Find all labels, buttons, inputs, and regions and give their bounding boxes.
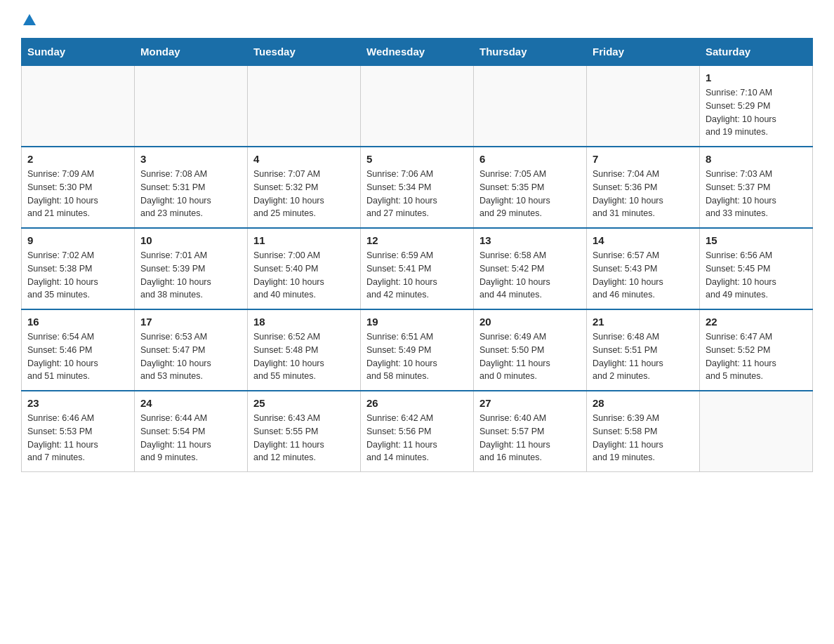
calendar-cell: 23Sunrise: 6:46 AM Sunset: 5:53 PM Dayli…	[22, 391, 135, 472]
calendar-cell: 15Sunrise: 6:56 AM Sunset: 5:45 PM Dayli…	[700, 228, 813, 309]
calendar-week-row: 16Sunrise: 6:54 AM Sunset: 5:46 PM Dayli…	[22, 309, 813, 391]
day-info: Sunrise: 6:39 AM Sunset: 5:58 PM Dayligh…	[593, 412, 694, 464]
day-number: 22	[706, 316, 807, 328]
day-info: Sunrise: 7:03 AM Sunset: 5:37 PM Dayligh…	[706, 168, 807, 220]
calendar-cell: 1Sunrise: 7:10 AM Sunset: 5:29 PM Daylig…	[700, 65, 813, 147]
weekday-header-thursday: Thursday	[474, 39, 587, 66]
calendar-week-row: 9Sunrise: 7:02 AM Sunset: 5:38 PM Daylig…	[22, 228, 813, 309]
calendar-cell: 21Sunrise: 6:48 AM Sunset: 5:51 PM Dayli…	[587, 309, 700, 391]
calendar-cell	[135, 65, 248, 147]
weekday-header-wednesday: Wednesday	[361, 39, 474, 66]
day-info: Sunrise: 6:51 AM Sunset: 5:49 PM Dayligh…	[366, 330, 468, 383]
calendar-cell: 27Sunrise: 6:40 AM Sunset: 5:57 PM Dayli…	[474, 391, 587, 472]
calendar-cell: 12Sunrise: 6:59 AM Sunset: 5:41 PM Dayli…	[361, 228, 474, 309]
weekday-header-tuesday: Tuesday	[248, 39, 361, 66]
calendar-cell: 19Sunrise: 6:51 AM Sunset: 5:49 PM Dayli…	[361, 309, 474, 391]
day-number: 10	[140, 234, 241, 246]
day-number: 8	[706, 153, 807, 165]
calendar-cell: 4Sunrise: 7:07 AM Sunset: 5:32 PM Daylig…	[248, 147, 361, 228]
day-number: 19	[366, 316, 468, 328]
day-info: Sunrise: 6:47 AM Sunset: 5:52 PM Dayligh…	[706, 330, 807, 383]
day-info: Sunrise: 6:53 AM Sunset: 5:47 PM Dayligh…	[140, 330, 241, 383]
day-info: Sunrise: 6:52 AM Sunset: 5:48 PM Dayligh…	[253, 330, 355, 383]
weekday-header-friday: Friday	[587, 39, 700, 66]
day-info: Sunrise: 6:56 AM Sunset: 5:45 PM Dayligh…	[706, 249, 807, 302]
day-number: 11	[253, 234, 355, 246]
day-info: Sunrise: 6:49 AM Sunset: 5:50 PM Dayligh…	[479, 330, 581, 383]
day-info: Sunrise: 7:00 AM Sunset: 5:40 PM Dayligh…	[253, 249, 355, 302]
day-number: 20	[479, 316, 581, 328]
weekday-header-monday: Monday	[135, 39, 248, 66]
day-number: 24	[140, 397, 241, 409]
calendar-cell: 17Sunrise: 6:53 AM Sunset: 5:47 PM Dayli…	[135, 309, 248, 391]
calendar-cell: 28Sunrise: 6:39 AM Sunset: 5:58 PM Dayli…	[587, 391, 700, 472]
calendar-week-row: 2Sunrise: 7:09 AM Sunset: 5:30 PM Daylig…	[22, 147, 813, 228]
calendar-cell: 7Sunrise: 7:04 AM Sunset: 5:36 PM Daylig…	[587, 147, 700, 228]
weekday-header-sunday: Sunday	[22, 39, 135, 66]
day-info: Sunrise: 6:46 AM Sunset: 5:53 PM Dayligh…	[27, 412, 128, 464]
day-number: 17	[140, 316, 241, 328]
day-number: 14	[593, 234, 694, 246]
day-info: Sunrise: 6:57 AM Sunset: 5:43 PM Dayligh…	[593, 249, 694, 302]
calendar-cell: 10Sunrise: 7:01 AM Sunset: 5:39 PM Dayli…	[135, 228, 248, 309]
day-number: 2	[27, 153, 128, 165]
day-info: Sunrise: 7:09 AM Sunset: 5:30 PM Dayligh…	[27, 168, 128, 220]
calendar-cell: 18Sunrise: 6:52 AM Sunset: 5:48 PM Dayli…	[248, 309, 361, 391]
day-number: 6	[479, 153, 581, 165]
day-info: Sunrise: 6:59 AM Sunset: 5:41 PM Dayligh…	[366, 249, 468, 302]
day-info: Sunrise: 7:08 AM Sunset: 5:31 PM Dayligh…	[140, 168, 241, 220]
day-number: 5	[366, 153, 468, 165]
calendar-cell: 20Sunrise: 6:49 AM Sunset: 5:50 PM Dayli…	[474, 309, 587, 391]
calendar-cell	[361, 65, 474, 147]
day-number: 12	[366, 234, 468, 246]
day-number: 21	[593, 316, 694, 328]
calendar-cell: 2Sunrise: 7:09 AM Sunset: 5:30 PM Daylig…	[22, 147, 135, 228]
calendar-cell: 3Sunrise: 7:08 AM Sunset: 5:31 PM Daylig…	[135, 147, 248, 228]
calendar-cell: 25Sunrise: 6:43 AM Sunset: 5:55 PM Dayli…	[248, 391, 361, 472]
day-number: 13	[479, 234, 581, 246]
calendar-cell: 26Sunrise: 6:42 AM Sunset: 5:56 PM Dayli…	[361, 391, 474, 472]
day-number: 25	[253, 397, 355, 409]
calendar-cell: 11Sunrise: 7:00 AM Sunset: 5:40 PM Dayli…	[248, 228, 361, 309]
calendar-cell: 8Sunrise: 7:03 AM Sunset: 5:37 PM Daylig…	[700, 147, 813, 228]
day-number: 18	[253, 316, 355, 328]
day-number: 26	[366, 397, 468, 409]
calendar-week-row: 23Sunrise: 6:46 AM Sunset: 5:53 PM Dayli…	[22, 391, 813, 472]
day-info: Sunrise: 7:01 AM Sunset: 5:39 PM Dayligh…	[140, 249, 241, 302]
day-number: 9	[27, 234, 128, 246]
calendar-cell: 6Sunrise: 7:05 AM Sunset: 5:35 PM Daylig…	[474, 147, 587, 228]
day-info: Sunrise: 7:06 AM Sunset: 5:34 PM Dayligh…	[366, 168, 468, 220]
day-info: Sunrise: 7:04 AM Sunset: 5:36 PM Dayligh…	[593, 168, 694, 220]
day-number: 15	[706, 234, 807, 246]
day-info: Sunrise: 6:42 AM Sunset: 5:56 PM Dayligh…	[366, 412, 468, 464]
day-info: Sunrise: 6:48 AM Sunset: 5:51 PM Dayligh…	[593, 330, 694, 383]
calendar-table: SundayMondayTuesdayWednesdayThursdayFrid…	[21, 38, 813, 472]
day-info: Sunrise: 7:07 AM Sunset: 5:32 PM Dayligh…	[253, 168, 355, 220]
day-number: 3	[140, 153, 241, 165]
day-info: Sunrise: 6:54 AM Sunset: 5:46 PM Dayligh…	[27, 330, 128, 383]
logo	[21, 14, 36, 24]
day-info: Sunrise: 7:02 AM Sunset: 5:38 PM Dayligh…	[27, 249, 128, 302]
calendar-cell: 9Sunrise: 7:02 AM Sunset: 5:38 PM Daylig…	[22, 228, 135, 309]
calendar-cell	[700, 391, 813, 472]
calendar-cell: 16Sunrise: 6:54 AM Sunset: 5:46 PM Dayli…	[22, 309, 135, 391]
day-info: Sunrise: 6:40 AM Sunset: 5:57 PM Dayligh…	[479, 412, 581, 464]
calendar-cell: 13Sunrise: 6:58 AM Sunset: 5:42 PM Dayli…	[474, 228, 587, 309]
calendar-cell: 24Sunrise: 6:44 AM Sunset: 5:54 PM Dayli…	[135, 391, 248, 472]
calendar-cell: 5Sunrise: 7:06 AM Sunset: 5:34 PM Daylig…	[361, 147, 474, 228]
day-info: Sunrise: 6:43 AM Sunset: 5:55 PM Dayligh…	[253, 412, 355, 464]
day-info: Sunrise: 6:58 AM Sunset: 5:42 PM Dayligh…	[479, 249, 581, 302]
weekday-header-row: SundayMondayTuesdayWednesdayThursdayFrid…	[22, 39, 813, 66]
day-number: 28	[593, 397, 694, 409]
day-number: 1	[706, 72, 807, 83]
calendar-cell: 22Sunrise: 6:47 AM Sunset: 5:52 PM Dayli…	[700, 309, 813, 391]
day-info: Sunrise: 6:44 AM Sunset: 5:54 PM Dayligh…	[140, 412, 241, 464]
day-info: Sunrise: 7:05 AM Sunset: 5:35 PM Dayligh…	[479, 168, 581, 220]
day-number: 16	[27, 316, 128, 328]
weekday-header-saturday: Saturday	[700, 39, 813, 66]
calendar-cell	[22, 65, 135, 147]
day-number: 23	[27, 397, 128, 409]
day-info: Sunrise: 7:10 AM Sunset: 5:29 PM Dayligh…	[706, 86, 807, 139]
day-number: 7	[593, 153, 694, 165]
logo-triangle-icon	[23, 14, 36, 25]
